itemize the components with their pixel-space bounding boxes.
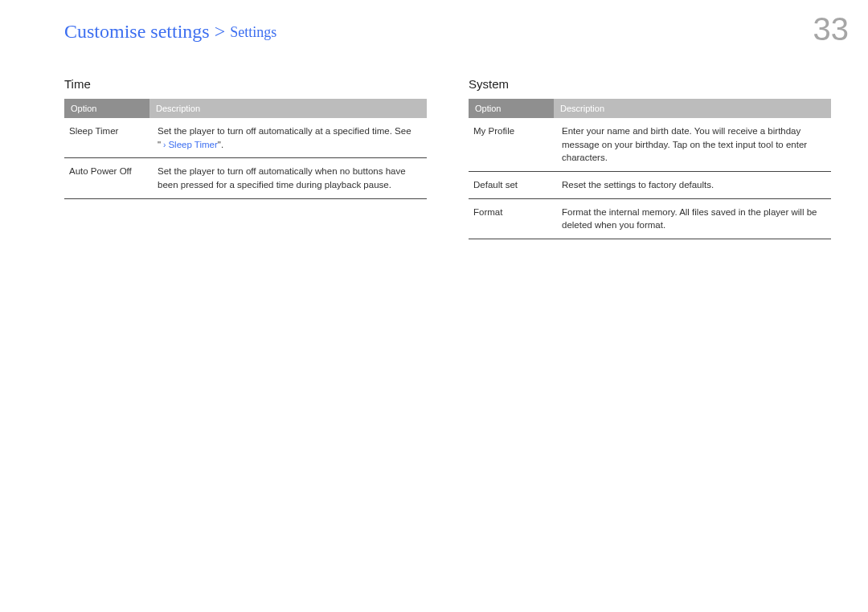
th-option-right: Option xyxy=(469,99,554,118)
breadcrumb-main: Customise settings xyxy=(64,21,210,42)
option-cell: Default set xyxy=(469,172,555,198)
option-cell: My Profile xyxy=(469,118,555,145)
breadcrumb-separator: > xyxy=(215,21,226,42)
right-column: System Option Description My Profile Ent… xyxy=(469,77,831,239)
description-cell: Set the player to turn off automatically… xyxy=(151,118,427,157)
page-number: 33 xyxy=(813,11,850,47)
th-option-left: Option xyxy=(64,99,149,118)
section-title-time: Time xyxy=(64,77,427,91)
desc-text-post: ". xyxy=(218,140,223,149)
table-header-right: Option Description xyxy=(469,99,831,118)
description-cell: Reset the settings to factory defaults. xyxy=(555,172,831,198)
option-cell: Format xyxy=(469,199,555,226)
table-row: Sleep Timer Set the player to turn off a… xyxy=(64,118,427,158)
table-row: My Profile Enter your name and birth dat… xyxy=(469,118,831,172)
desc-text-pre: Set the player to turn off automatically… xyxy=(158,166,406,190)
left-column: Time Option Description Sleep Timer Set … xyxy=(64,77,427,239)
table-header-left: Option Description xyxy=(64,99,427,118)
description-cell: Format the internal memory. All files sa… xyxy=(555,199,831,239)
cross-ref-link[interactable]: Sleep Timer xyxy=(168,140,217,149)
th-description-right: Description xyxy=(554,99,831,118)
breadcrumb: Customise settings > Settings xyxy=(64,21,276,43)
option-cell: Auto Power Off xyxy=(64,158,151,185)
table-row: Default set Reset the settings to factor… xyxy=(469,172,831,199)
description-cell: Set the player to turn off automatically… xyxy=(151,158,427,198)
description-cell: Enter your name and birth date. You will… xyxy=(555,118,831,171)
option-cell: Sleep Timer xyxy=(64,118,151,145)
table-row: Format Format the internal memory. All f… xyxy=(469,199,831,239)
th-description-left: Description xyxy=(149,99,427,118)
table-row: Auto Power Off Set the player to turn of… xyxy=(64,158,427,198)
section-title-system: System xyxy=(469,77,831,91)
breadcrumb-sub: Settings xyxy=(230,24,276,40)
